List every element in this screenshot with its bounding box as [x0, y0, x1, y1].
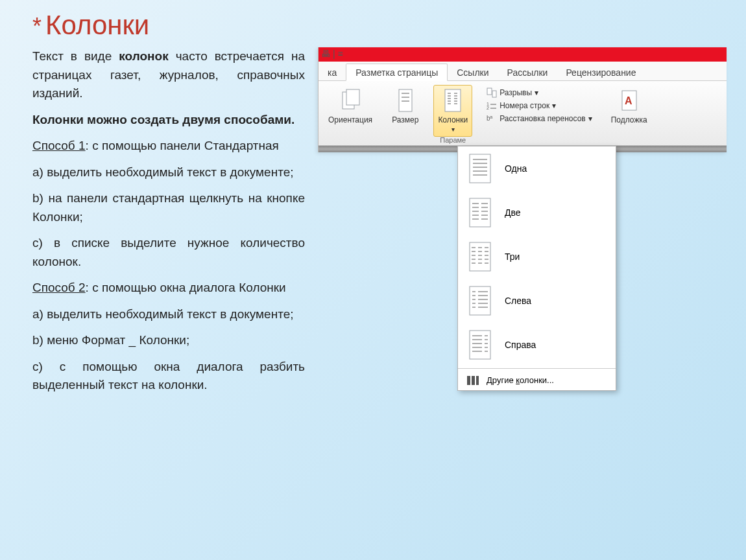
left-label: Слева	[505, 296, 531, 306]
step-a2: a) выделить необходимый текст в документ…	[32, 305, 305, 324]
slide-title-row: * Колонки	[32, 10, 727, 41]
method2-label: Способ 2	[32, 281, 86, 294]
svg-rect-26	[470, 154, 490, 183]
dropdown-separator	[458, 368, 616, 369]
three-column-icon	[467, 241, 493, 272]
svg-rect-6	[445, 89, 461, 111]
right-label: Справа	[505, 340, 536, 350]
svg-rect-59	[470, 286, 490, 315]
step-b1: b) на панели стандартная щелкнуть на кно…	[32, 189, 305, 226]
three-label: Три	[505, 251, 520, 262]
tab-links[interactable]: Ссылки	[448, 64, 498, 80]
two-label: Две	[505, 207, 521, 218]
size-icon	[395, 88, 416, 114]
tab-review[interactable]: Рецензирование	[557, 64, 645, 80]
tab-partial[interactable]: ка	[319, 64, 346, 80]
group-params-label: Параме	[428, 136, 477, 144]
svg-rect-18	[492, 91, 496, 97]
svg-text:A: A	[625, 95, 632, 106]
word-ribbon-screenshot: 🖶 | ≡ ка Разметка страницы Ссылки Рассыл…	[318, 47, 727, 152]
orientation-button[interactable]: Ориентация	[319, 81, 382, 145]
step-c2: c) с помощью окна диалога разбить выделе…	[32, 358, 305, 395]
p1a: Текст в виде	[32, 49, 119, 63]
step-a1: a) выделить необходимый текст в документ…	[32, 163, 305, 182]
svg-rect-82	[472, 376, 475, 385]
tab-page-layout[interactable]: Разметка страницы	[346, 64, 448, 81]
columns-button[interactable]: Колонки▾ Параме	[428, 81, 477, 145]
svg-text:bª: bª	[487, 115, 493, 122]
one-label: Одна	[505, 163, 527, 174]
breaks-button[interactable]: Разрывы ▾	[487, 88, 592, 98]
svg-rect-43	[470, 242, 490, 271]
method2-rest: : с помощью окна диалога Колонки	[86, 281, 286, 294]
columns-option-left[interactable]: Слева	[458, 279, 616, 323]
left-column-icon	[467, 285, 493, 316]
breaks-group: Разрывы ▾ 12 Номера строк ▾ bª Расстанов…	[477, 81, 601, 145]
title-bullet-star: *	[32, 15, 42, 38]
dropdown-arrow-icon: ▾	[451, 126, 455, 133]
columns-option-right[interactable]: Справа	[458, 323, 616, 367]
svg-rect-32	[470, 198, 490, 227]
line-numbers-icon: 12	[487, 100, 497, 111]
watermark-icon: A	[619, 88, 640, 114]
more-columns-icon	[467, 376, 479, 385]
hyphenation-label: Расстановка переносов	[499, 114, 586, 123]
slide-body-text: Текст в виде колонок часто встречается н…	[32, 47, 305, 541]
more-label: Другие колонки...	[487, 375, 554, 385]
columns-option-one[interactable]: Одна	[458, 146, 616, 191]
size-label: Размер	[392, 115, 418, 124]
hyphenation-icon: bª	[487, 113, 497, 124]
method1-label: Способ 1	[32, 139, 86, 152]
svg-text:2: 2	[487, 106, 489, 110]
columns-option-more[interactable]: Другие колонки...	[458, 370, 616, 390]
line-numbers-button[interactable]: 12 Номера строк ▾	[487, 100, 592, 111]
columns-label: Колонки	[438, 115, 468, 124]
svg-rect-81	[467, 376, 470, 385]
svg-rect-83	[476, 376, 479, 385]
watermark-label: Подложка	[611, 115, 647, 124]
one-column-icon	[467, 153, 493, 184]
svg-rect-1	[346, 89, 359, 105]
columns-option-three[interactable]: Три	[458, 235, 616, 279]
svg-rect-2	[399, 89, 412, 111]
breaks-label: Разрывы	[499, 88, 532, 97]
ribbon-body: Ориентация Размер Колонки▾	[319, 81, 727, 146]
method1-rest: : с помощью панели Стандартная	[86, 139, 279, 152]
step-b2: b) меню Формат _ Колонки;	[32, 331, 305, 350]
quick-print-icon[interactable]: 🖶 | ≡	[321, 49, 343, 59]
orientation-label: Ориентация	[328, 115, 372, 124]
step-c1: c) в списке выделите нужное количество к…	[32, 234, 305, 271]
svg-rect-70	[470, 331, 490, 359]
right-column-icon	[467, 329, 493, 360]
p1b: колонок	[119, 49, 168, 63]
line-numbers-label: Номера строк	[499, 101, 549, 110]
tab-mailings[interactable]: Рассылки	[498, 64, 557, 80]
title-bar: 🖶 | ≡	[319, 47, 727, 62]
breaks-icon	[487, 88, 497, 98]
columns-icon	[442, 88, 463, 114]
columns-dropdown: Одна Две Три Слева Справа	[457, 146, 616, 391]
columns-option-two[interactable]: Две	[458, 191, 616, 235]
orientation-icon	[340, 88, 361, 114]
slide-title: Колонки	[45, 10, 149, 41]
svg-rect-17	[487, 88, 492, 95]
p2: Колонки можно создать двумя способами.	[32, 111, 305, 130]
ribbon-tabs: ка Разметка страницы Ссылки Рассылки Рец…	[319, 62, 727, 81]
two-column-icon	[467, 197, 493, 228]
size-button[interactable]: Размер	[382, 81, 428, 145]
hyphenation-button[interactable]: bª Расстановка переносов ▾	[487, 113, 592, 124]
watermark-button[interactable]: A Подложка	[601, 81, 657, 145]
